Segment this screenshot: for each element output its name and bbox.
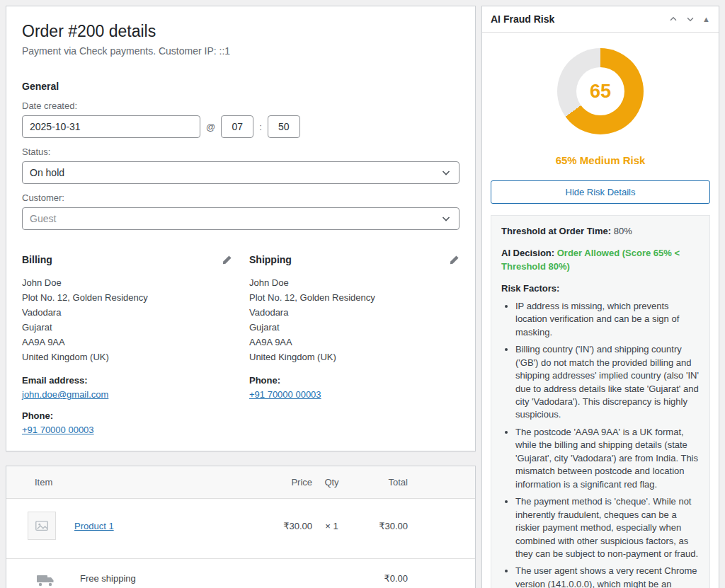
item-total: ₹30.00: [351, 521, 408, 531]
shipping-address-line: Plot No. 12, Golden Residency: [249, 290, 459, 305]
shipping-address-line: John Doe: [249, 275, 459, 290]
edit-billing-icon[interactable]: [222, 255, 232, 265]
threshold-line: Threshold at Order Time: 80%: [501, 225, 700, 238]
total-column-header: Total: [351, 477, 408, 488]
shipping-name-cell: Free shipping Items: Product 1 × 1: [80, 573, 249, 588]
billing-phone-link[interactable]: +91 70000 00003: [22, 425, 94, 435]
order-items-panel: Item Price Qty Total Product 1 ₹: [6, 466, 476, 588]
move-down-icon[interactable]: [685, 14, 695, 24]
product-thumbnail: [28, 512, 56, 540]
right-column: AI Fraud Risk ▲ 65 65% Medium Risk Hide …: [481, 6, 719, 588]
shipping-method-name: Free shipping: [80, 573, 249, 584]
image-placeholder-icon: [34, 518, 50, 534]
customer-label: Customer:: [22, 192, 459, 203]
shipping-address-line: AA9A 9AA: [249, 335, 459, 350]
risk-factors-list: IP address is missing, which prevents lo…: [501, 300, 700, 588]
chevron-down-icon: [440, 213, 452, 224]
risk-factor-item: Billing country ('IN') and shipping coun…: [515, 343, 700, 422]
minute-input[interactable]: [268, 115, 300, 138]
item-column-header: Item: [35, 477, 249, 488]
fraud-panel-body: 65 65% Medium Risk Hide Risk Details Thr…: [482, 33, 719, 588]
billing-email-label: Email address:: [22, 375, 232, 386]
move-up-icon[interactable]: [668, 14, 678, 24]
general-heading: General: [22, 81, 459, 92]
shipping-phone-label: Phone:: [249, 375, 459, 386]
hour-input[interactable]: [221, 115, 253, 138]
page-title: Order #200 details: [22, 22, 459, 41]
status-label: Status:: [22, 146, 459, 157]
address-columns: Billing John Doe Plot No. 12, Golden Res…: [22, 254, 459, 435]
item-qty: × 1: [312, 521, 351, 531]
risk-factors-label: Risk Factors:: [501, 282, 700, 295]
risk-details-box: Threshold at Order Time: 80% AI Decision…: [491, 215, 710, 588]
product-link[interactable]: Product 1: [74, 521, 114, 531]
ai-fraud-risk-panel: AI Fraud Risk ▲ 65 65% Medium Risk Hide …: [481, 6, 719, 588]
shipping-address-line: United Kingdom (UK): [249, 350, 459, 364]
threshold-label: Threshold at Order Time:: [501, 226, 611, 236]
status-select[interactable]: On hold: [22, 161, 459, 184]
billing-heading: Billing: [22, 254, 52, 265]
fraud-panel-header: AI Fraud Risk ▲: [482, 6, 719, 33]
qty-column-header: Qty: [312, 477, 351, 488]
shipping-line-row: Free shipping Items: Product 1 × 1 ₹0.00: [6, 559, 475, 588]
collapse-toggle-icon[interactable]: ▲: [702, 15, 710, 23]
risk-factor-item: The user agent shows a very recent Chrom…: [515, 565, 700, 588]
donut-hole: 65: [576, 67, 624, 115]
billing-address-line: Plot No. 12, Golden Residency: [22, 290, 232, 305]
risk-factor-item: The postcode 'AA9A 9AA' is a UK format, …: [515, 426, 700, 491]
shipping-total: ₹0.00: [351, 573, 408, 584]
billing-phone-label: Phone:: [22, 410, 232, 421]
chevron-down-icon: [440, 167, 452, 178]
fraud-risk-donut: 65: [557, 48, 644, 134]
truck-icon: [36, 573, 56, 587]
billing-address-line: John Doe: [22, 275, 232, 290]
at-symbol: @: [206, 122, 215, 132]
ai-decision-line: AI Decision: Order Allowed (Score 65% < …: [501, 247, 700, 273]
shipping-phone-link[interactable]: +91 70000 00003: [249, 389, 321, 400]
billing-address-line: Gujarat: [22, 320, 232, 335]
customer-select[interactable]: Guest: [22, 207, 459, 230]
threshold-value: 80%: [614, 226, 632, 236]
item-name-cell: Product 1: [28, 512, 249, 540]
shipping-address-line: Gujarat: [249, 320, 459, 335]
item-price: ₹30.00: [249, 521, 312, 531]
order-edit-page: Order #200 details Payment via Check pay…: [0, 0, 725, 588]
date-created-row: @ :: [22, 115, 459, 138]
hide-risk-details-button[interactable]: Hide Risk Details: [491, 180, 710, 204]
ai-decision-label: AI Decision:: [501, 248, 554, 258]
edit-shipping-icon[interactable]: [449, 255, 459, 265]
risk-level-label: 65% Medium Risk: [491, 154, 710, 166]
shipping-heading: Shipping: [249, 254, 292, 265]
customer-select-value: Guest: [30, 213, 56, 224]
order-details-panel: Order #200 details Payment via Check pay…: [6, 6, 476, 451]
billing-column: Billing John Doe Plot No. 12, Golden Res…: [22, 254, 232, 435]
fraud-score: 65: [590, 81, 611, 103]
date-created-input[interactable]: [22, 115, 200, 138]
price-column-header: Price: [249, 477, 312, 488]
fraud-panel-title: AI Fraud Risk: [491, 13, 661, 25]
items-table-header: Item Price Qty Total: [6, 466, 475, 499]
left-column: Order #200 details Payment via Check pay…: [6, 6, 476, 588]
billing-email-link[interactable]: john.doe@gmail.com: [22, 389, 108, 400]
order-subtitle: Payment via Check payments. Customer IP:…: [22, 45, 459, 57]
time-separator: :: [259, 122, 262, 132]
shipping-address-line: Vadodara: [249, 305, 459, 320]
shipping-column: Shipping John Doe Plot No. 12, Golden Re…: [249, 254, 459, 435]
date-created-label: Date created:: [22, 100, 459, 111]
risk-factor-item: The payment method is 'cheque'. While no…: [515, 495, 700, 560]
billing-address-line: AA9A 9AA: [22, 335, 232, 350]
status-select-value: On hold: [30, 167, 64, 178]
table-row: Product 1 ₹30.00 × 1 ₹30.00: [6, 499, 475, 559]
billing-address-line: Vadodara: [22, 305, 232, 320]
risk-factor-item: IP address is missing, which prevents lo…: [515, 300, 700, 339]
billing-address-line: United Kingdom (UK): [22, 350, 232, 364]
